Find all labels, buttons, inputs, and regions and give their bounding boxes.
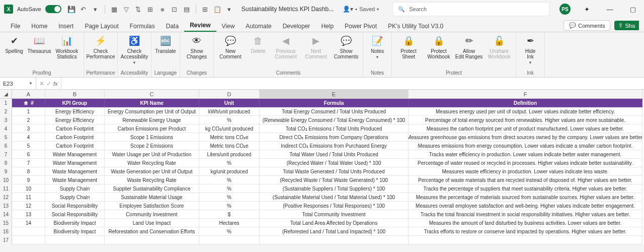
formula-bar[interactable] — [61, 78, 644, 89]
row-header[interactable]: 12 — [0, 193, 12, 202]
restore-button[interactable]: ▢ — [626, 2, 640, 16]
col-header-b[interactable]: B — [45, 90, 105, 98]
show-comments-button[interactable]: 💬ShowComments — [332, 34, 361, 60]
data-cell[interactable]: (Sustainable Suppliers / Total Suppliers… — [260, 184, 409, 193]
row-header[interactable]: 16 — [0, 227, 12, 236]
data-cell[interactable]: Measures energy used per unit of output.… — [409, 107, 642, 116]
data-cell[interactable]: 3 — [12, 124, 45, 133]
data-cell[interactable]: kg CO₂/unit produced — [199, 124, 260, 133]
data-cell[interactable]: Carbon Footprint — [45, 133, 105, 142]
data-cell[interactable]: 5 — [12, 142, 45, 150]
allow-edit-ranges-button[interactable]: ✏AllowEdit Ranges — [454, 34, 484, 60]
translate-button[interactable]: 🔤Translate — [153, 34, 178, 55]
data-cell[interactable]: Water Recycling Rate — [105, 159, 199, 167]
data-cell[interactable]: Energy Efficiency — [45, 107, 105, 116]
check-accessibility-button[interactable]: ♿CheckAccessibility▼ — [120, 34, 149, 67]
save-icon[interactable]: 💾 — [67, 5, 75, 13]
pivot-icon[interactable]: ⊡ — [171, 5, 179, 13]
data-cell[interactable] — [12, 227, 45, 236]
data-cell[interactable]: Measures the amount of land disturbed by… — [409, 219, 642, 227]
row-header[interactable]: 1 — [0, 99, 12, 107]
row-header[interactable]: 11 — [0, 184, 12, 193]
new-comment-button[interactable]: 💬NewComment — [216, 34, 245, 60]
data-cell[interactable]: % — [199, 159, 260, 167]
data-cell[interactable]: Measures the percentage of materials sou… — [409, 193, 642, 202]
data-cell[interactable]: Measures waste efficiency in production.… — [409, 167, 642, 176]
data-cell[interactable]: Reforestation and Conservation Efforts — [105, 227, 199, 236]
data-cell[interactable]: Carbon Footprint — [45, 124, 105, 133]
data-cell[interactable]: Waste Generation per Unit of Output — [105, 167, 199, 176]
tab-data[interactable]: Data — [160, 21, 184, 32]
row-header[interactable]: 7 — [0, 150, 12, 159]
data-cell[interactable]: Carbon Footprint — [45, 142, 105, 150]
row-header[interactable]: 6 — [0, 142, 12, 150]
data-cell[interactable]: Percentage of total energy sourced from … — [409, 116, 642, 124]
row-header[interactable]: 9 — [0, 167, 12, 176]
data-cell[interactable]: kg/unit produced — [199, 167, 260, 176]
data-cell[interactable]: Tracks the total financial investment in… — [409, 210, 642, 219]
data-cell[interactable]: Waste Management — [45, 176, 105, 184]
data-cell[interactable]: Supplier Sustainability Compliance — [105, 184, 199, 193]
data-cell[interactable]: Tracks the percentage of suppliers that … — [409, 184, 642, 193]
protect-workbook-button[interactable]: 🔒ProtectWorkbook — [424, 34, 453, 60]
data-cell[interactable]: 11 — [12, 193, 45, 202]
data-cell[interactable]: Total Land Area Affected by Operations — [260, 219, 409, 227]
row-header[interactable]: 2 — [0, 107, 12, 116]
qat-dropdown-icon[interactable]: ▾ — [225, 5, 233, 13]
table-icon[interactable]: ▤ — [183, 5, 191, 13]
data-cell[interactable]: Liters/unit produced — [199, 150, 260, 159]
tab-formulas[interactable]: Formulas — [124, 21, 160, 32]
data-cell[interactable]: (Recycled Waste / Total Waste Generated)… — [260, 176, 409, 184]
data-cell[interactable]: % — [199, 202, 260, 210]
data-cell[interactable]: 8 — [12, 167, 45, 176]
data-cell[interactable]: Waste Recycling Rate — [105, 176, 199, 184]
data-cell[interactable]: Measures greenhouse gas emissions from d… — [409, 133, 642, 142]
data-cell[interactable]: Metric tons CO₂e — [199, 142, 260, 150]
data-cell[interactable]: kWh/unit produced — [199, 107, 260, 116]
data-cell[interactable]: Social Responsibility — [45, 210, 105, 219]
data-cell[interactable]: Land Use Impact — [105, 219, 199, 227]
search-input[interactable]: 🔍 Search — [393, 3, 549, 16]
row-header[interactable]: 5 — [0, 133, 12, 142]
data-cell[interactable]: Indirect CO₂ Emissions from Purchased En… — [260, 142, 409, 150]
data-cell[interactable]: % — [199, 184, 260, 193]
data-cell[interactable]: $ — [199, 210, 260, 219]
col-header-c[interactable]: C — [105, 90, 199, 98]
tab-view[interactable]: View — [216, 21, 240, 32]
undo-icon[interactable]: ↶ — [79, 5, 88, 13]
data-cell[interactable]: Total Community Investment — [260, 210, 409, 219]
data-cell[interactable]: Biodiversity Impact — [45, 219, 105, 227]
share-button[interactable]: ⇪ Sha — [614, 21, 639, 30]
data-cell[interactable]: Biodiversity Impact — [45, 227, 105, 236]
header-cell[interactable]: Unit — [199, 99, 260, 107]
data-cell[interactable]: % — [199, 176, 260, 184]
data-cell[interactable] — [12, 236, 45, 244]
check-performance-button[interactable]: ⚡CheckPerformance — [86, 34, 115, 60]
redo-dropdown-icon[interactable]: ▾ — [92, 5, 100, 13]
form-icon[interactable]: 📋 — [213, 5, 221, 13]
data-cell[interactable]: Total Energy Consumed / Total Units Prod… — [260, 107, 409, 116]
header-cell[interactable]: KPI Group — [45, 99, 105, 107]
data-cell[interactable]: 9 — [12, 176, 45, 184]
data-cell[interactable] — [409, 236, 642, 244]
row-header[interactable]: 4 — [0, 124, 12, 133]
name-box[interactable]: E23 ▼ — [0, 78, 36, 89]
col-header-f[interactable]: F — [409, 90, 642, 98]
data-cell[interactable]: 12 — [12, 202, 45, 210]
data-cell[interactable]: Hectares — [199, 219, 260, 227]
data-cell[interactable]: 6 — [12, 150, 45, 159]
data-cell[interactable]: (Sustainable Material Used / Total Mater… — [260, 193, 409, 202]
data-cell[interactable]: 2 — [12, 116, 45, 124]
tab-power-pivot[interactable]: Power Pivot — [339, 21, 382, 32]
tab-developer[interactable]: Developer — [277, 21, 316, 32]
row-header[interactable]: 8 — [0, 159, 12, 167]
hide-ink-button[interactable]: ✒HideInk▼ — [518, 34, 542, 67]
show-changes-button[interactable]: 👁ShowChanges — [182, 34, 211, 60]
data-cell[interactable]: Total Water Used / Total Units Produced — [260, 150, 409, 159]
tab-automate[interactable]: Automate — [240, 21, 277, 32]
data-cell[interactable]: 10 — [12, 184, 45, 193]
data-cell[interactable]: Measures emissions from energy consumpti… — [409, 142, 642, 150]
data-cell[interactable] — [105, 236, 199, 244]
row-header[interactable]: 13 — [0, 202, 12, 210]
data-cell[interactable]: Water Management — [45, 150, 105, 159]
